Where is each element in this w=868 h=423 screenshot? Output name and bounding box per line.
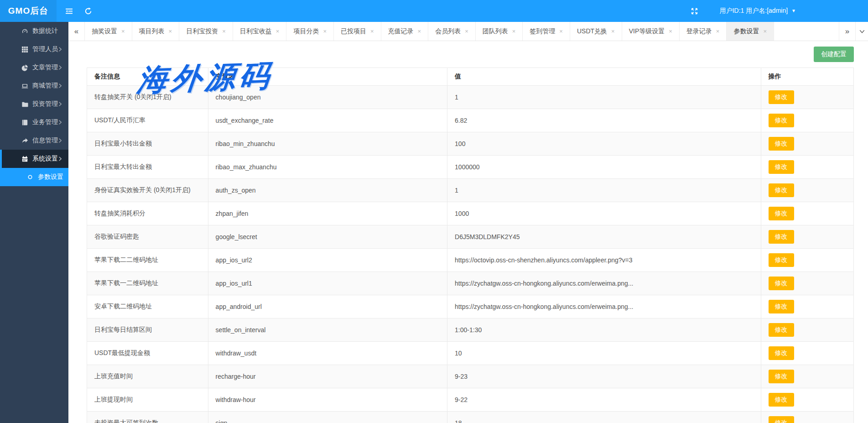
tab-item[interactable]: 已投项目× [334, 22, 381, 41]
tab-item[interactable]: 会员列表× [428, 22, 476, 41]
tab-item[interactable]: 日利宝收益× [233, 22, 287, 41]
table-row: 上班提现时间withdraw-hour9-22修改 [87, 388, 854, 412]
topbar-right: 用户ID:1 用户名:[admin] ▼ [685, 0, 868, 22]
tab-close-icon[interactable]: × [370, 28, 374, 34]
value-cell: https://zychatgw.oss-cn-hongkong.aliyunc… [447, 272, 761, 295]
tab-close-icon[interactable]: × [323, 28, 327, 34]
tab-item[interactable]: 项目列表× [132, 22, 180, 41]
tab-close-icon[interactable]: × [611, 28, 615, 34]
pie-chart-icon [21, 64, 28, 71]
modify-button[interactable]: 修改 [769, 137, 794, 151]
tabs-scroll-left-icon[interactable]: « [68, 22, 85, 41]
tab-item[interactable]: VIP等级设置× [622, 22, 680, 41]
fullscreen-icon[interactable] [685, 0, 704, 22]
table-row: 苹果下载一二维码地址app_ios_url1https://zychatgw.o… [87, 272, 854, 295]
tab-close-icon[interactable]: × [121, 28, 125, 34]
book-icon [21, 119, 28, 126]
sidebar-item-data-stats[interactable]: 数据统计 [0, 22, 68, 40]
user-menu[interactable]: 用户ID:1 用户名:[admin] ▼ [720, 7, 796, 15]
tab-label: USDT兑换 [577, 27, 607, 36]
modify-button[interactable]: 修改 [769, 346, 794, 360]
sidebar-item-admins[interactable]: 管理人员 [0, 40, 68, 58]
tab-close-icon[interactable]: × [276, 28, 280, 34]
remark-cell: 苹果下载二二维码地址 [87, 249, 208, 272]
sidebar-item-information[interactable]: 信息管理 [0, 131, 68, 150]
caret-down-icon: ▼ [791, 9, 796, 13]
chevron-right-icon [57, 65, 63, 70]
tab-close-icon[interactable]: × [418, 28, 421, 34]
sidebar-subitem-parameters[interactable]: 参数设置 [0, 168, 68, 186]
sidebar-collapse-icon[interactable] [59, 0, 78, 22]
tab-close-icon[interactable]: × [222, 28, 226, 34]
tab-close-icon[interactable]: × [763, 28, 767, 34]
main-content: 创建配置 备注信息变量名值操作 转盘抽奖开关 (0关闭1开启)choujiang… [68, 41, 868, 423]
remark-cell: 身份证真实效验开关 (0关闭1开启) [87, 179, 208, 202]
modify-button[interactable]: 修改 [769, 277, 794, 290]
tab-item[interactable]: 登录记录× [680, 22, 727, 41]
tab-item[interactable]: 项目分类× [286, 22, 334, 41]
modify-button[interactable]: 修改 [769, 230, 794, 244]
variable-cell: zhpan_jifen [208, 202, 447, 225]
modify-button[interactable]: 修改 [769, 416, 794, 423]
sidebar-item-label: 文章管理 [32, 63, 58, 72]
folder-icon [21, 100, 28, 108]
tab-item[interactable]: 抽奖设置× [85, 22, 132, 41]
tab-item[interactable]: 参数设置× [727, 22, 774, 41]
modify-button[interactable]: 修改 [769, 183, 794, 197]
refresh-icon[interactable] [78, 0, 98, 22]
tab-close-icon[interactable]: × [169, 28, 172, 34]
sidebar-item-articles[interactable]: 文章管理 [0, 58, 68, 77]
tabs-scroll-right-icon[interactable]: » [839, 22, 855, 41]
modify-button[interactable]: 修改 [769, 393, 794, 407]
remark-cell: 上班提现时间 [87, 388, 208, 412]
tab-item[interactable]: USDT兑换× [570, 22, 622, 41]
variable-cell: withdraw_usdt [208, 342, 447, 365]
tab-close-icon[interactable]: × [465, 28, 468, 34]
table-row: USDT最低提现金额withdraw_usdt10修改 [87, 342, 854, 365]
sidebar-item-business[interactable]: 业务管理 [0, 113, 68, 131]
table-row: 上班充值时间recharge-hour9-23修改 [87, 365, 854, 388]
tab-label: VIP等级设置 [629, 27, 665, 36]
table-row: 苹果下载二二维码地址app_ios_url2https://octovip.os… [87, 249, 854, 272]
tab-close-icon[interactable]: × [669, 28, 672, 34]
modify-button[interactable]: 修改 [769, 300, 794, 313]
value-cell: 100 [447, 132, 761, 156]
tab-label: 抽奖设置 [92, 27, 117, 36]
remark-cell: USDT最低提现金额 [87, 342, 208, 365]
sidebar-item-system[interactable]: 系统设置 [0, 150, 68, 168]
create-config-button[interactable]: 创建配置 [814, 47, 854, 62]
tab-item[interactable]: 充值记录× [381, 22, 429, 41]
tab-close-icon[interactable]: × [559, 28, 563, 34]
modify-button[interactable]: 修改 [769, 90, 794, 104]
action-cell: 修改 [761, 388, 853, 412]
tabs-menu-chevron-down-icon[interactable] [855, 22, 868, 41]
value-cell: 6.82 [447, 109, 761, 132]
modify-button[interactable]: 修改 [769, 253, 794, 267]
value-cell: 1 [447, 179, 761, 202]
chevron-right-icon [57, 47, 63, 52]
table-row: 未投资最大可签到次数sign18修改 [87, 412, 854, 423]
table-row: 日利宝最大转出金额ribao_max_zhuanchu1000000修改 [87, 156, 854, 179]
action-cell: 修改 [761, 132, 853, 156]
value-cell: D6J5M3DLDMFK2Y45 [447, 225, 761, 249]
tab-close-icon[interactable]: × [716, 28, 720, 34]
tab-item[interactable]: 签到管理× [523, 22, 570, 41]
tab-close-icon[interactable]: × [512, 28, 516, 34]
sidebar-item-investment[interactable]: 投资管理 [0, 95, 68, 113]
sidebar-item-mall[interactable]: 商城管理 [0, 77, 68, 95]
tab-item[interactable]: 团队列表× [476, 22, 523, 41]
modify-button[interactable]: 修改 [769, 114, 794, 127]
modify-button[interactable]: 修改 [769, 370, 794, 383]
modify-button[interactable]: 修改 [769, 207, 794, 220]
modify-button[interactable]: 修改 [769, 160, 794, 174]
remark-cell: 转盘抽奖开关 (0关闭1开启) [87, 86, 208, 109]
table-body: 转盘抽奖开关 (0关闭1开启)choujiang_open1修改USDT/人民币… [87, 86, 854, 423]
modify-button[interactable]: 修改 [769, 323, 794, 337]
value-cell: https://octovip.oss-cn-shenzhen.aliyuncs… [447, 249, 761, 272]
variable-cell: recharge-hour [208, 365, 447, 388]
table-row: 身份证真实效验开关 (0关闭1开启)auth_zs_open1修改 [87, 179, 854, 202]
sidebar-item-label: 系统设置 [32, 155, 58, 163]
tab-item[interactable]: 日利宝投资× [179, 22, 233, 41]
content-toolbar: 创建配置 [87, 41, 854, 68]
table-row: 谷歌验证码密匙google_lsecretD6J5M3DLDMFK2Y45修改 [87, 225, 854, 249]
